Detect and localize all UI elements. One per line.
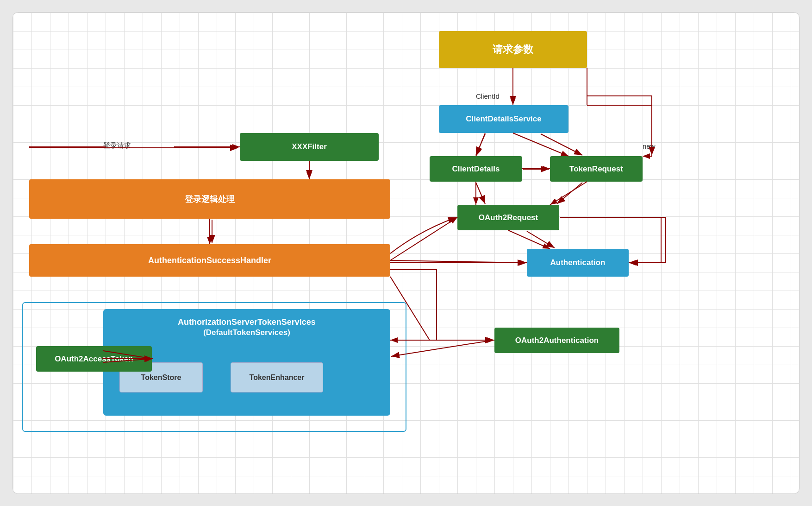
oauth2-access-token-node: OAuth2AccessToken [36,346,152,372]
token-request-node: TokenRequest [550,156,643,182]
svg-line-17 [508,230,550,249]
client-details-service-node: ClientDetailsService [439,105,568,133]
client-details-node: ClientDetails [430,156,522,182]
svg-line-34 [476,183,485,204]
auth-token-services-label1: AuthorizationServerTokenServices [108,317,386,327]
authentication-node: Authentication [527,249,629,277]
svg-line-16 [550,182,587,205]
svg-line-6 [390,260,527,263]
svg-line-36 [527,231,555,248]
oauth2-authentication-node: OAuth2Authentication [494,328,619,353]
svg-line-12 [476,133,485,156]
new-label: new [643,142,656,150]
diagram-canvas: AuthorizationServerTokenServices (Defaul… [12,12,800,494]
svg-line-13 [513,133,568,156]
svg-line-32 [476,134,485,155]
client-id-label: ClientId [476,92,500,100]
token-enhancer-node: TokenEnhancer [231,362,323,392]
xxx-filter-node: XXXFilter [240,133,379,161]
denglu-label: 登录请求 [103,141,131,150]
svg-line-35 [557,183,582,204]
oauth2-request-node: OAuth2Request [457,205,559,230]
svg-line-5 [390,217,457,260]
auth-token-services-label2: (DefaultTokenServices) [108,328,386,337]
svg-line-37 [391,340,493,356]
auth-success-handler-node: AuthenticationSuccessHandler [29,244,390,277]
qingqiu-node: 请求参数 [439,31,587,68]
login-logic-node: 登录逻辑处理 [29,179,390,219]
